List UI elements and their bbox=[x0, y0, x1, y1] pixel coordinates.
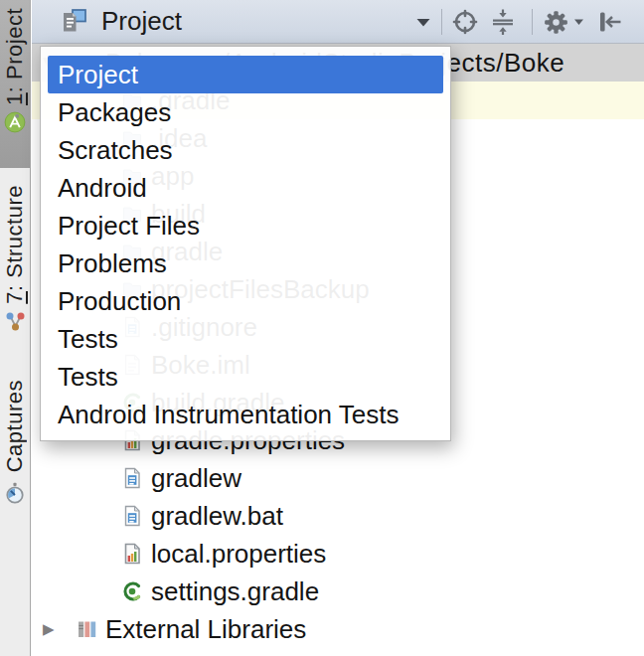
tree-row-gradlew[interactable]: gradlew bbox=[32, 459, 644, 497]
text-file-icon bbox=[121, 467, 143, 489]
gear-icon bbox=[542, 8, 570, 37]
toolbar-separator bbox=[441, 9, 442, 35]
properties-file-icon bbox=[121, 543, 143, 565]
expand-arrow-icon[interactable]: ▶ bbox=[43, 610, 55, 648]
text-file-icon bbox=[121, 505, 143, 527]
menu-item-tests[interactable]: Tests bbox=[41, 358, 450, 396]
chevron-down-icon bbox=[573, 18, 584, 26]
tree-item-label: gradlew bbox=[151, 459, 242, 497]
android-studio-project-tool-window: { "sidebar": { "tabs": [ {"num": "1", "r… bbox=[0, 0, 644, 656]
menu-item-problems[interactable]: Problems bbox=[41, 245, 450, 282]
tree-row-external-libraries[interactable]: ▶External Libraries bbox=[32, 610, 644, 648]
structure-icon bbox=[5, 311, 26, 332]
gradle-file-icon bbox=[121, 580, 143, 602]
menu-item-project-files[interactable]: Project Files bbox=[41, 207, 450, 245]
menu-item-project-selected[interactable]: Project bbox=[48, 56, 443, 93]
menu-item-tests[interactable]: Tests bbox=[41, 320, 450, 358]
libraries-icon bbox=[76, 618, 99, 640]
tree-row-gradlew-bat[interactable]: gradlew.bat bbox=[32, 497, 644, 535]
chevron-down-icon bbox=[415, 17, 431, 28]
locate-target-icon bbox=[451, 8, 479, 36]
locate-target-button[interactable] bbox=[448, 7, 482, 37]
sidebar-tab-captures-label: Captures bbox=[2, 380, 28, 472]
tree-item-label: settings.gradle bbox=[151, 573, 319, 610]
view-selector-dropdown[interactable]: Project bbox=[32, 0, 439, 44]
view-selector-label: Project bbox=[101, 0, 182, 43]
tree-item-label: gradlew.bat bbox=[151, 497, 283, 535]
sidebar-tab-structure-label: 7: Structure bbox=[2, 185, 28, 304]
sidebar-tab-structure[interactable]: 7: Structure bbox=[0, 185, 30, 332]
sidebar-tab-captures[interactable]: Captures bbox=[0, 380, 30, 504]
tree-row-settings-gradle[interactable]: settings.gradle bbox=[32, 573, 644, 610]
view-selector-popup: ProjectPackagesScratchesAndroidProject F… bbox=[40, 46, 451, 441]
menu-item-production[interactable]: Production bbox=[41, 282, 450, 320]
tree-row-local-properties[interactable]: local.properties bbox=[32, 535, 644, 573]
menu-item-scratches[interactable]: Scratches bbox=[41, 131, 450, 169]
menu-item-android-instrumentation-tests[interactable]: Android Instrumentation Tests bbox=[41, 396, 450, 433]
sidebar-tab-project-label: 1: Project bbox=[2, 8, 28, 105]
project-toolbar: Project bbox=[32, 0, 644, 44]
menu-item-packages[interactable]: Packages bbox=[41, 93, 450, 131]
tree-item-label: local.properties bbox=[151, 535, 326, 573]
captures-stopwatch-icon bbox=[4, 482, 26, 504]
tool-window-bar: 1: Project 7: Structure Captures bbox=[0, 0, 31, 656]
android-studio-icon bbox=[4, 111, 26, 133]
sidebar-tab-project[interactable]: 1: Project bbox=[0, 0, 30, 168]
settings-gear-button[interactable] bbox=[539, 7, 586, 37]
collapse-all-button[interactable] bbox=[486, 7, 520, 37]
collapse-all-icon bbox=[489, 8, 517, 36]
hide-panel-button[interactable] bbox=[592, 7, 626, 37]
menu-item-android[interactable]: Android bbox=[41, 169, 450, 207]
toolbar-separator bbox=[532, 9, 533, 35]
tree-item-label: External Libraries bbox=[105, 610, 306, 648]
project-view-icon bbox=[60, 7, 89, 35]
hide-panel-icon bbox=[595, 8, 623, 36]
